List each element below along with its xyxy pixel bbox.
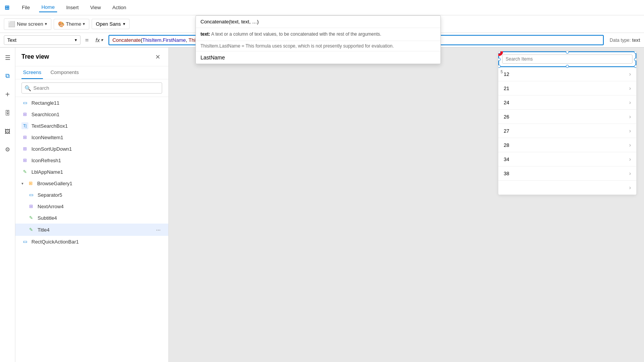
menu-home[interactable]: Home [39,3,57,12]
add-element-button[interactable]: + [2,88,14,100]
list-item-21[interactable]: 21 › [498,81,636,95]
more-options-button[interactable]: ··· [154,226,162,234]
tree-item-iconnewitem1[interactable]: ⊞ IconNewItem1 [15,132,168,143]
theme-button[interactable]: 🎨 Theme ▾ [54,19,89,30]
app-search-input[interactable] [502,54,632,64]
settings-button[interactable]: ⚙ [2,143,14,156]
tree-view-header: Tree view ✕ [15,48,168,66]
theme-label: Theme [66,21,81,27]
list-item-28[interactable]: 28 › [498,138,636,152]
tree-item-lblappname1[interactable]: ✎ LblAppName1 [15,166,168,178]
tab-screens[interactable]: Screens [21,66,43,79]
list-item-more[interactable]: › [498,181,636,195]
autocomplete-lastname: LastName [196,51,440,64]
list-item-34[interactable]: 34 › [498,152,636,166]
menu-view[interactable]: View [88,3,103,12]
refresh-icon: ⊞ [21,157,28,164]
list-arrow-12: › [629,71,631,77]
list-arrow-34: › [629,156,631,162]
autocomplete-param-desc: A text or a column of text values, to be… [211,31,381,37]
label-icon: ✎ [21,168,28,175]
font-label: Open Sans [96,21,121,27]
autocomplete-function-signature: Concatenate(text, text, …) [200,19,259,25]
list-arrow-27: › [629,128,631,134]
new-screen-button[interactable]: ⬜ New screen ▾ [4,18,51,30]
tree-view-panel: Tree view ✕ Screens Components 🔍 ▭ Recta… [15,48,169,362]
tree-item-rectangle11[interactable]: ▭ Rectangle11 [15,97,168,109]
tree-item-searchicon1[interactable]: ⊞ SearchIcon1 [15,109,168,120]
list-arrow-21: › [629,85,631,91]
tree-item-iconrefresh1[interactable]: ⊞ IconRefresh1 [15,155,168,166]
tree-item-title4[interactable]: ✎ Title4 ··· [15,224,168,236]
database-icon: 🗄 [5,110,10,116]
main-layout: ☰ ⧉ + 🗄 🖼 ⚙ Tree view ✕ Screens Componen… [0,48,644,362]
autocomplete-popup: Concatenate(text, text, …) text: A text … [196,15,441,64]
icon-component-icon: ⊞ [21,134,28,141]
media-button[interactable]: 🖼 [2,125,14,137]
new-screen-icon: ⬜ [8,21,15,28]
app-logo: ⊞ [5,4,10,11]
data-button[interactable]: 🗄 [2,107,14,119]
collapse-arrow-icon: ▾ [21,181,23,186]
separator-icon: ▭ [28,191,34,198]
tree-view-close-button[interactable]: ✕ [153,52,162,61]
tree-item-iconsortupdown1[interactable]: ⊞ IconSortUpDown1 [15,143,168,155]
tree-item-label-textsearchbox1: TextSearchBox1 [31,123,162,129]
tree-item-rectquickactionbar1[interactable]: ▭ RectQuickActionBar1 [15,236,168,247]
text-input-icon: T| [21,122,28,129]
theme-icon: 🎨 [58,21,64,27]
list-item-27[interactable]: 27 › [498,124,636,138]
tree-view-title: Tree view [21,53,49,60]
list-item-26[interactable]: 26 › [498,110,636,124]
tree-item-label-nextarrow4: NextArrow4 [38,204,162,209]
tree-item-nextarrow4[interactable]: ⊞ NextArrow4 [15,201,168,212]
list-item-12[interactable]: 12 › [498,67,636,81]
formula-fx-button[interactable]: fx ▾ [93,36,105,44]
tree-item-textsearchbox1[interactable]: T| TextSearchBox1 [15,120,168,132]
list-arrow-24: › [629,99,631,105]
autocomplete-header: Concatenate(text, text, …) [196,16,440,28]
list-arrow-more: › [629,184,631,191]
menu-file[interactable]: File [20,3,32,12]
formula-selector-label: Text [7,37,16,43]
list-item-value-26: 26 [504,114,509,120]
tree-item-label-lblappname1: LblAppName1 [31,169,162,175]
tree-item-label-rectquickactionbar1: RectQuickActionBar1 [31,239,162,245]
theme-chevron-icon: ▾ [83,21,85,26]
component-icon: ⊞ [21,111,28,118]
tree-item-separator5[interactable]: ▭ Separator5 [15,189,168,201]
data-type-label: Data type: text [610,38,640,43]
tree-item-label-browsegallery1: BrowseGallery1 [37,181,162,186]
list-item-value-12: 12 [504,71,509,77]
hamburger-menu-button[interactable]: ☰ [2,51,14,64]
gallery-icon: ⊞ [27,180,34,187]
list-item-24[interactable]: 24 › [498,95,636,110]
search-input[interactable] [21,82,162,94]
app-preview: ✕ › 5 12 › [498,51,636,195]
quickaction-rect-icon: ▭ [21,238,28,245]
tree-item-label-separator5: Separator5 [38,192,162,198]
settings-icon: ⚙ [5,146,10,153]
tab-components[interactable]: Components [49,66,80,79]
media-icon: 🖼 [5,128,10,135]
hamburger-icon: ☰ [5,54,10,61]
list-item-value-21: 21 [504,86,509,91]
app-search-bar [498,51,636,67]
tree-item-subtitle4[interactable]: ✎ Subtitle4 [15,212,168,224]
equals-icon: = [85,37,89,44]
subtitle-icon: ✎ [28,214,34,221]
list-item-value-27: 27 [504,128,509,134]
sort-icon: ⊞ [21,145,28,152]
plus-icon: + [5,90,10,99]
tree-item-label-iconnewitem1: IconNewItem1 [31,135,162,140]
tree-item-label-iconrefresh1: IconRefresh1 [31,158,162,163]
search-bar-container: ✕ › 5 [498,51,636,67]
formula-selector[interactable]: Text ▾ [4,35,80,45]
font-selector[interactable]: Open Sans ▾ [92,19,130,29]
tree-item-browsegallery1[interactable]: ▾ ⊞ BrowseGallery1 [15,178,168,189]
menu-action[interactable]: Action [110,3,128,12]
menu-insert[interactable]: Insert [64,3,81,12]
tree-view-button[interactable]: ⧉ [2,70,14,82]
fx-chevron-icon: ▾ [101,38,103,43]
list-item-38[interactable]: 38 › [498,166,636,181]
